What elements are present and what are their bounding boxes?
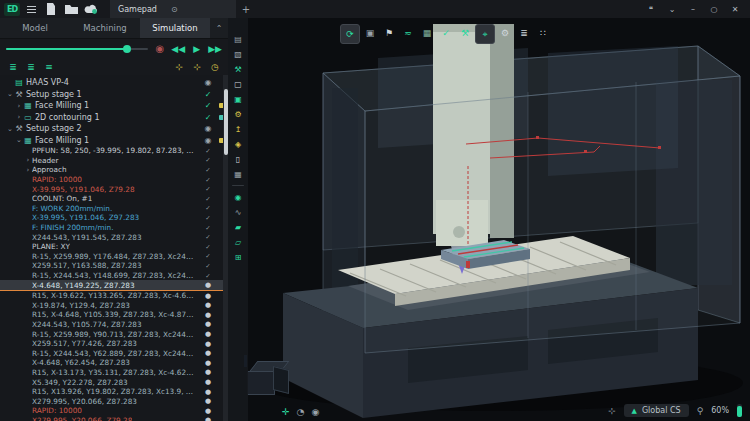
pending-dot-icon[interactable]: ● [202, 301, 214, 309]
tab-machining[interactable]: Machining [70, 18, 140, 38]
tool-holder-icon[interactable]: ⚙ [230, 107, 246, 121]
play-button[interactable]: ▶ [190, 45, 203, 54]
gcode-line[interactable]: ›Approach✓ [0, 165, 228, 175]
add-marker-button[interactable]: ⊹ [190, 62, 204, 72]
curve-icon[interactable]: ∿ [230, 205, 246, 219]
zoom-slider[interactable] [737, 404, 742, 417]
new-file-button[interactable] [42, 2, 60, 16]
gcode-line[interactable]: X244.543, Y191.545, Z87.283✓ [0, 232, 228, 242]
minimize-button[interactable]: – [684, 2, 702, 16]
executed-check-icon[interactable]: ✓ [202, 185, 214, 193]
shading-icon[interactable]: ◔ [297, 407, 305, 417]
pending-dot-icon[interactable]: ● [202, 368, 214, 376]
visibility-eye-icon[interactable]: ◉ [202, 78, 214, 87]
status-ok-icon[interactable]: ✓ [202, 101, 214, 110]
pending-dot-icon[interactable]: ● [202, 311, 214, 319]
executed-check-icon[interactable]: ✓ [202, 262, 214, 270]
fast-forward-button[interactable]: ▶▶ [208, 45, 222, 54]
stock-tree-icon[interactable]: ▧ [230, 47, 246, 61]
executed-check-icon[interactable]: ✓ [202, 195, 214, 203]
record-button[interactable]: ◉ [153, 44, 166, 54]
pending-dot-icon[interactable]: ● [202, 378, 214, 386]
tree-scrollbar[interactable] [223, 75, 228, 421]
gcode-line[interactable]: X259.517, Y77.426, Z87.283● [0, 339, 228, 349]
project-tab[interactable]: Gamepad ⊙ [110, 0, 236, 18]
pending-dot-icon[interactable]: ● [202, 281, 214, 289]
gcode-line[interactable]: F: FINISH 200mm/min.✓ [0, 223, 228, 233]
gcode-line[interactable]: R-15, X244.543, Y62.889, Z87.283, Xc244.… [0, 348, 228, 358]
feedback-button[interactable]: ❝ [642, 2, 660, 16]
expander-icon[interactable]: ⌄ [6, 125, 14, 133]
add-stop-button[interactable]: ⊹ [172, 62, 186, 72]
expander-icon[interactable]: › [24, 166, 32, 174]
fixture-icon[interactable]: ▣ [230, 92, 246, 106]
viewcube-front-face[interactable] [247, 371, 275, 395]
note-icon[interactable]: ▯ [230, 152, 246, 166]
locate-button[interactable]: ⊹ [608, 406, 616, 416]
gcode-line[interactable]: ›Header✓ [0, 156, 228, 166]
surface-icon[interactable]: ▰ [230, 220, 246, 234]
pending-dot-icon[interactable]: ● [202, 416, 214, 421]
executed-check-icon[interactable]: ✓ [202, 147, 214, 155]
gcode-line[interactable]: X5.349, Y22.278, Z87.283● [0, 377, 228, 387]
list-compact-button[interactable]: ≣ [6, 62, 20, 72]
executed-check-icon[interactable]: ✓ [202, 166, 214, 174]
axes-icon[interactable]: ⊞ [230, 250, 246, 264]
list-grouped-button[interactable]: ≣ [24, 62, 38, 72]
pending-dot-icon[interactable]: ● [202, 397, 214, 405]
viewcube-side-face[interactable] [273, 366, 289, 394]
time-button[interactable]: ◷ [208, 62, 222, 72]
simulation-restart-icon[interactable]: ⟳ [340, 24, 360, 44]
fit-view-icon[interactable]: ✛ [282, 407, 290, 417]
expander-icon[interactable]: › [15, 102, 23, 110]
pending-dot-icon[interactable]: ● [202, 349, 214, 357]
executed-check-icon[interactable]: ✓ [202, 233, 214, 241]
verify-icon[interactable]: ✓ [437, 24, 455, 42]
close-button[interactable]: ✕ [726, 2, 744, 16]
visibility-eye-icon[interactable]: ◉ [202, 124, 214, 133]
tool-assembly-icon[interactable]: ◈ [230, 137, 246, 151]
status-ok-icon[interactable]: ✓ [202, 90, 214, 99]
executed-check-icon[interactable]: ✓ [202, 156, 214, 164]
expander-icon[interactable]: › [15, 113, 23, 121]
tree-node[interactable]: ⌄▦Face Milling 1◉ [0, 135, 228, 147]
workpiece-icon[interactable]: ▢ [230, 77, 246, 91]
gcode-line[interactable]: COOLNT: On, #1✓ [0, 194, 228, 204]
tree-scrollbar-thumb[interactable] [224, 89, 228, 155]
slider-knob[interactable] [123, 45, 131, 53]
measure-icon[interactable]: ≂ [399, 24, 417, 42]
step-back-button[interactable]: ◀◀ [171, 45, 185, 54]
settings-gear-icon[interactable]: ⚙ [496, 24, 514, 42]
pending-dot-icon[interactable]: ● [202, 340, 214, 348]
expander-icon[interactable]: ⌄ [6, 90, 14, 98]
gcode-line[interactable]: R-15, X259.989, Y90.713, Z87.283, Xc244.… [0, 329, 228, 339]
executed-check-icon[interactable]: ✓ [202, 176, 214, 184]
gcode-line[interactable]: X279.995, Y20.066, Z79.28● [0, 416, 228, 421]
gcode-line[interactable]: RAPID: 10000✓ [0, 175, 228, 185]
gcode-line[interactable]: R-15, X259.989, Y176.484, Z87.283, Xc244… [0, 252, 228, 262]
tree-node[interactable]: ▤HAAS VP-4◉ [0, 77, 228, 89]
machine-display-icon[interactable]: ⌖ [475, 24, 495, 44]
open-folder-button[interactable] [62, 2, 80, 16]
maximize-button[interactable]: ○ [705, 2, 723, 16]
executed-check-icon[interactable]: ✓ [202, 214, 214, 222]
gcode-line[interactable]: PLANE: XY✓ [0, 242, 228, 252]
panel-collapse-button[interactable]: ⌃ [210, 18, 228, 38]
pending-dot-icon[interactable]: ● [202, 359, 214, 367]
executed-check-icon[interactable]: ✓ [202, 204, 214, 212]
tree-node[interactable]: ›▦Face Milling 1✓ [0, 100, 228, 112]
status-ok-icon[interactable]: ✓ [202, 113, 214, 122]
gcode-line[interactable]: R15, X-13.173, Y35.131, Z87.283, Xc-4.62… [0, 368, 228, 378]
machine-tree-icon[interactable]: ▤ [230, 32, 246, 46]
pending-dot-icon[interactable]: ● [202, 330, 214, 338]
point-icon[interactable]: ◉ [230, 190, 246, 204]
viewport-3d[interactable]: ⟳▣⚑≂▦✓⚒⌖⚙≣∷ ✛◔◉ ⊹ ▲ Global CS ⚲ 60% [228, 18, 750, 421]
gcode-line[interactable]: R15, X13.926, Y19.802, Z87.283, Xc13.9, … [0, 387, 228, 397]
gcode-line[interactable]: X-4.648, Y149.225, Z87.283● [0, 280, 228, 291]
tool-green-icon[interactable]: ⚒ [230, 62, 246, 76]
visibility-eye-icon[interactable]: ◉ [202, 136, 214, 145]
main-menu-button[interactable] [22, 2, 40, 16]
tab-simulation[interactable]: Simulation [140, 18, 210, 38]
pending-dot-icon[interactable]: ● [202, 292, 214, 300]
gcode-line[interactable]: X-19.874, Y129.4, Z87.283● [0, 301, 228, 311]
